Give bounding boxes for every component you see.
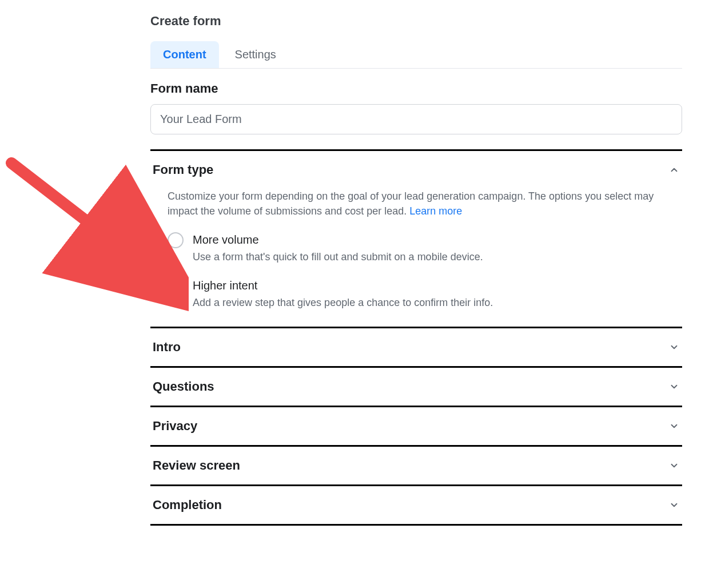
chevron-down-icon bbox=[668, 341, 680, 353]
intro-title: Intro bbox=[153, 340, 181, 355]
chevron-down-icon bbox=[668, 499, 680, 511]
form-type-description: Customize your form depending on the goa… bbox=[168, 189, 659, 218]
accordion-header-review-screen[interactable]: Review screen bbox=[150, 447, 682, 484]
section-form-type: Form type Customize your form depending … bbox=[150, 151, 682, 327]
divider bbox=[150, 524, 682, 526]
tab-bar: Content Settings bbox=[150, 41, 682, 69]
accordion-header-completion[interactable]: Completion bbox=[150, 486, 682, 524]
form-name-section: Form name bbox=[150, 81, 682, 134]
radio-higher-intent[interactable] bbox=[168, 278, 184, 294]
tab-settings[interactable]: Settings bbox=[222, 41, 289, 68]
completion-title: Completion bbox=[153, 498, 222, 512]
chevron-down-icon bbox=[668, 381, 680, 392]
radio-higher-intent-desc: Add a review step that gives people a ch… bbox=[193, 296, 493, 310]
form-builder-panel: Create form Content Settings Form name F… bbox=[150, 14, 682, 526]
review-screen-title: Review screen bbox=[153, 458, 240, 473]
chevron-down-icon bbox=[668, 420, 680, 432]
radio-more-volume[interactable] bbox=[168, 232, 184, 248]
chevron-down-icon bbox=[668, 460, 680, 471]
form-type-body: Customize your form depending on the goa… bbox=[150, 189, 682, 327]
form-name-label: Form name bbox=[150, 81, 682, 96]
radio-option-more-volume[interactable]: More volume Use a form that's quick to f… bbox=[168, 232, 680, 264]
page-title: Create form bbox=[150, 14, 682, 29]
chevron-up-icon bbox=[668, 164, 680, 176]
tab-content[interactable]: Content bbox=[150, 41, 219, 68]
form-type-title: Form type bbox=[153, 162, 213, 177]
accordion-header-intro[interactable]: Intro bbox=[150, 328, 682, 366]
accordion-header-questions[interactable]: Questions bbox=[150, 368, 682, 406]
radio-higher-intent-text: Higher intent Add a review step that giv… bbox=[193, 278, 493, 310]
radio-higher-intent-label: Higher intent bbox=[193, 278, 493, 293]
learn-more-link[interactable]: Learn more bbox=[409, 205, 462, 217]
questions-title: Questions bbox=[153, 379, 214, 394]
radio-more-volume-desc: Use a form that's quick to fill out and … bbox=[193, 250, 483, 264]
radio-option-higher-intent[interactable]: Higher intent Add a review step that giv… bbox=[168, 278, 680, 310]
accordion-header-form-type[interactable]: Form type bbox=[150, 151, 682, 189]
form-name-input[interactable] bbox=[150, 104, 682, 134]
accordion-header-privacy[interactable]: Privacy bbox=[150, 407, 682, 445]
radio-more-volume-text: More volume Use a form that's quick to f… bbox=[193, 232, 483, 264]
privacy-title: Privacy bbox=[153, 419, 197, 434]
radio-more-volume-label: More volume bbox=[193, 232, 483, 248]
